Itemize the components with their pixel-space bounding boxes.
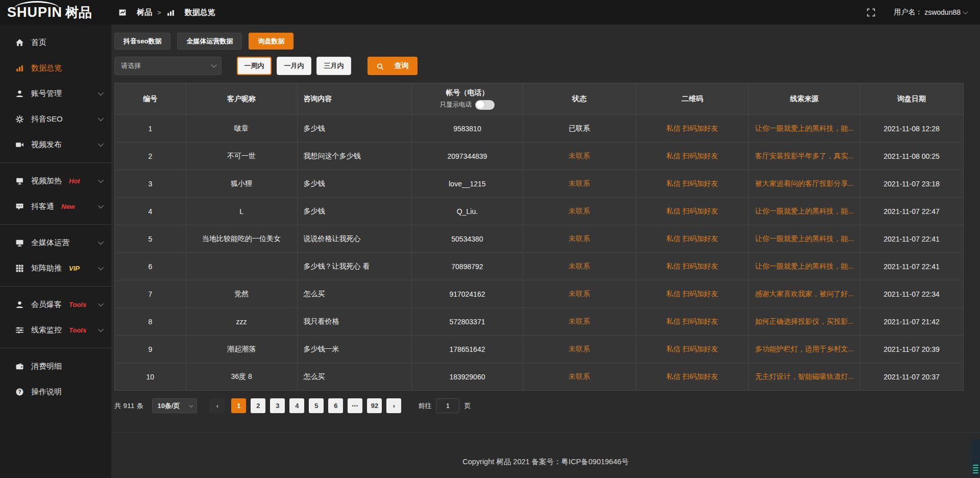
breadcrumb-current[interactable]: 数据总览 [166,8,215,17]
tab-douyin-seo-data[interactable]: 抖音seo数据 [114,33,170,50]
status-badge: 已联系 [523,115,635,142]
toggle-knob [476,101,484,109]
source-link[interactable]: 让你一眼就爱上的黑科技，能... [749,198,860,225]
goto-page: 前往 页 [418,398,471,413]
chevron-down-icon [98,239,104,245]
logo-text-cn: 树品 [65,4,92,21]
status-badge: 未联系 [523,336,635,363]
qrcode-links[interactable]: 私信 扫码加好友 [636,115,749,142]
home-icon [15,38,24,47]
table-row: 5 当地比较能吃的一位美女 说说价格让我死心 50534380 未联系 私信 扫… [115,225,964,253]
wallet-icon [15,362,24,371]
sidebar-item-spend-detail[interactable]: 消费明细 [0,353,111,379]
svg-text:?: ? [18,389,21,394]
source-link[interactable]: 被大家追着问的客厅投影分享... [749,170,860,198]
source-link[interactable]: 多功能护栏灯，适用于乡村文... [749,336,860,363]
sidebar-item-douyin-seo[interactable]: 抖音SEO [0,106,111,132]
user-menu[interactable]: 用户名： zswodun88 [894,8,967,17]
qrcode-links[interactable]: 私信 扫码加好友 [636,280,749,308]
qrcode-links[interactable]: 私信 扫码加好友 [636,225,749,253]
search-icon [377,62,384,69]
sidebar-item-video-publish[interactable]: 视频发布 [0,132,111,157]
qrcode-links[interactable]: 私信 扫码加好友 [636,170,749,198]
user-icon [15,89,24,98]
chevron-down-icon [189,403,193,407]
account-select[interactable]: 请选择 [114,57,222,75]
more-pages-button[interactable]: ••• [348,398,362,413]
sidebar-item-help[interactable]: ? 操作说明 [0,379,111,404]
status-badge: 未联系 [523,198,635,225]
source-link[interactable]: 让你一眼就爱上的黑科技，能... [749,225,860,253]
page-suffix: 页 [464,401,471,411]
goto-label: 前往 [418,401,431,411]
period-week-button[interactable]: 一周内 [237,57,272,75]
page-button-5[interactable]: 5 [309,398,324,413]
source-link[interactable]: 让你一眼就爱上的黑科技，能... [749,115,860,142]
floating-chat-widget[interactable] [971,439,980,475]
new-badge: New [61,203,75,210]
grid-icon [15,264,24,273]
query-button[interactable]: 查询 [368,57,418,75]
qrcode-links[interactable]: 私信 扫码加好友 [636,363,749,391]
qrcode-links[interactable]: 私信 扫码加好友 [636,308,749,336]
sidebar-item-member-burst[interactable]: 会员爆客 Tools [0,292,111,317]
page-button-4[interactable]: 4 [289,398,304,413]
source-link[interactable]: 如何正确选择投影仪，买投影... [749,308,860,336]
sidebar-item-account-mgmt[interactable]: 账号管理 [0,81,111,106]
bar-chart-icon [15,64,24,73]
pagination: 共 911 条 10条/页 ‹ 1 2 3 4 5 6 ••• 92 › 前往 … [114,398,964,413]
inquiry-table: 编号 客户昵称 咨询内容 帐号（电话） 只显示电话 状态 二维码 线索来源 询盘… [114,83,964,391]
sidebar-item-data-overview[interactable]: 数据总览 [0,55,111,81]
source-link[interactable]: 让你一眼就爱上的黑科技，能... [749,253,860,280]
chevron-down-icon [98,203,104,208]
source-link[interactable]: 客厅安装投影半年多了，真实... [749,142,860,170]
bar-chart-icon [166,8,175,17]
copyright-text: Copyright 树品 2021 备案号：粤ICP备09019646号 [462,457,629,478]
chevron-down-icon [98,326,104,332]
breadcrumb-root[interactable]: 树品 [118,8,152,17]
chat-bubble-icon [15,202,24,211]
source-link[interactable]: 无主灯设计，智能磁吸轨道灯... [749,363,860,391]
sidebar-item-doukes[interactable]: 抖客通 New [0,194,111,219]
qrcode-links[interactable]: 私信 扫码加好友 [636,142,749,170]
status-badge: 未联系 [523,142,635,170]
qrcode-links[interactable]: 私信 扫码加好友 [636,198,749,225]
qrcode-links[interactable]: 私信 扫码加好友 [636,336,749,363]
phone-only-label: 只显示电话 [440,101,472,109]
col-qrcode: 二维码 [636,83,749,115]
status-badge: 未联系 [523,253,635,280]
sidebar: 首页 数据总览 账号管理 抖音SEO 视频发布 视频加热 Hot [0,25,111,478]
chevron-down-icon [98,141,104,147]
table-row: 8 zzz 我只看价格 572803371 未联系 私信 扫码加好友 如何正确选… [115,308,964,336]
page-button-1[interactable]: 1 [231,398,246,413]
page-button-2[interactable]: 2 [251,398,265,413]
page-button-6[interactable]: 6 [328,398,343,413]
tab-omnimedia-data[interactable]: 全媒体运营数据 [177,33,242,50]
page-button-3[interactable]: 3 [270,398,285,413]
sidebar-item-video-heat[interactable]: 视频加热 Hot [0,168,111,194]
period-month-button[interactable]: 一月内 [277,57,311,75]
sidebar-item-lead-monitor[interactable]: 线索监控 Tools [0,317,111,343]
tab-inquiry-data[interactable]: 询盘数据 [249,33,293,50]
next-page-button[interactable]: › [386,398,401,413]
page-size-select[interactable]: 10条/页 [152,398,197,413]
sidebar-item-omnimedia[interactable]: 全媒体运营 [0,230,111,255]
sidebar-item-matrix-boost[interactable]: 矩阵助推 VIP [0,255,111,281]
username: zswodun88 [924,8,961,16]
hot-badge: Hot [69,177,80,185]
source-link[interactable]: 感谢大家喜欢我家，被问了好... [749,280,860,308]
status-badge: 未联系 [523,363,635,391]
page-button-92[interactable]: 92 [367,398,382,413]
period-quarter-button[interactable]: 三月内 [316,57,351,75]
help-icon: ? [15,388,24,396]
gear-icon [15,115,24,124]
status-badge: 未联系 [523,225,635,253]
phone-only-toggle[interactable] [475,100,495,110]
fullscreen-icon[interactable] [867,8,875,17]
chevron-down-icon [963,9,968,14]
prev-page-button[interactable]: ‹ [210,398,225,413]
qrcode-links[interactable]: 私信 扫码加好友 [636,253,749,280]
col-source: 线索来源 [749,83,860,115]
sidebar-item-home[interactable]: 首页 [0,30,111,55]
goto-page-input[interactable] [436,398,459,413]
